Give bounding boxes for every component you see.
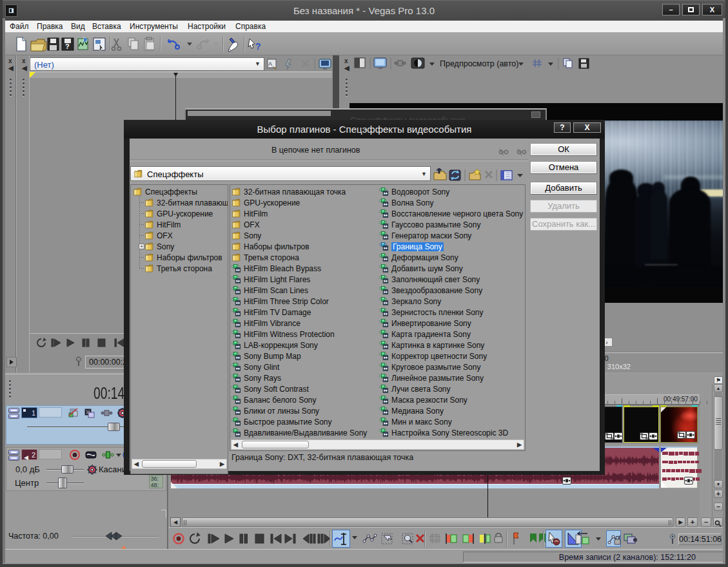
svg-text:A: A [268, 61, 272, 67]
svg-text:Предпросмотр (авто): Предпросмотр (авто) [440, 59, 518, 68]
svg-text:?: ? [255, 41, 261, 52]
svg-text:?: ? [65, 43, 70, 50]
